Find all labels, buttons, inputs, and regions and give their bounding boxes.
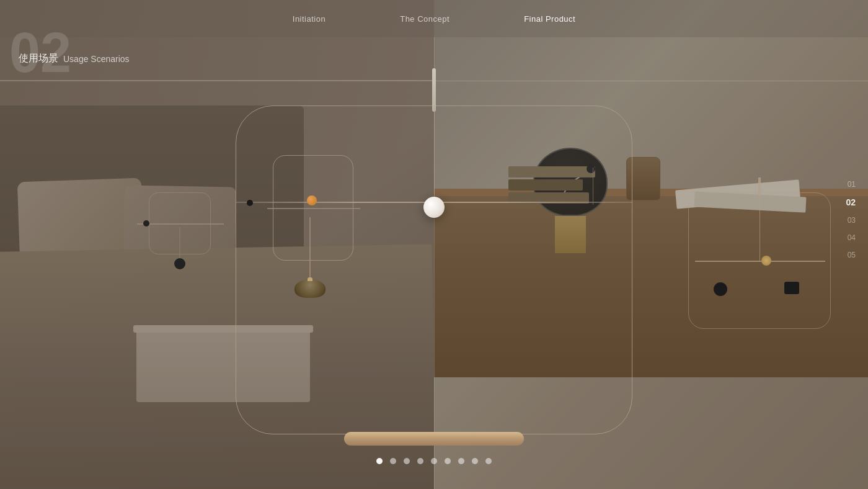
- left-frame: [149, 192, 211, 254]
- pendant-stem: [179, 227, 180, 258]
- left-frame-ball: [143, 220, 149, 227]
- page-num-03[interactable]: 03: [846, 216, 856, 225]
- vertical-center-line: [434, 105, 435, 208]
- center-ball: [423, 197, 445, 218]
- slide-dot-2[interactable]: [390, 458, 396, 464]
- pendant-stem-left: [309, 217, 311, 279]
- pendant-ball: [174, 258, 185, 269]
- slide-dot-4[interactable]: [417, 458, 423, 464]
- mini-dot-center: [761, 256, 771, 266]
- left-product-illustration: [136, 192, 223, 316]
- page-num-05[interactable]: 05: [846, 251, 856, 259]
- section-title-chinese: 使用场景: [19, 52, 58, 65]
- slide-dot-6[interactable]: [445, 458, 451, 464]
- pendant-lamp-left: [294, 217, 326, 298]
- mini-v-line: [760, 193, 760, 261]
- page-num-04[interactable]: 04: [846, 233, 856, 242]
- mini-bar-left: [267, 208, 360, 209]
- section-header: 02 使用场景 Usage Scenarios: [0, 37, 434, 81]
- nav-initiation[interactable]: Initiation: [293, 14, 326, 24]
- page-num-02[interactable]: 02: [846, 197, 856, 207]
- page-num-01[interactable]: 01: [846, 180, 856, 189]
- slide-dot-1[interactable]: [376, 458, 383, 464]
- mini-product-thumbnail: [688, 192, 831, 329]
- left-frame-hbar: [137, 223, 224, 225]
- slide-dot-7[interactable]: [458, 458, 464, 464]
- slide-dots: [376, 458, 492, 464]
- nav-final-product[interactable]: Final Product: [524, 14, 575, 24]
- slide-dot-8[interactable]: [472, 458, 478, 464]
- section-title-english: Usage Scenarios: [63, 54, 130, 64]
- mini-h-bar: [695, 261, 825, 262]
- top-navigation: Initiation The Concept Final Product: [0, 0, 868, 37]
- right-pendant-stem: [593, 168, 594, 205]
- mini-black-dot: [714, 282, 727, 296]
- product-frame: [236, 105, 632, 434]
- slide-dot-3[interactable]: [404, 458, 410, 464]
- slide-dot-9[interactable]: [485, 458, 492, 464]
- slide-dot-5[interactable]: [431, 458, 437, 464]
- page-numbers: 01 02 03 04 05: [846, 180, 856, 259]
- wooden-base: [344, 432, 524, 446]
- mini-square: [784, 282, 799, 294]
- left-frame-pendant: [174, 227, 185, 269]
- black-dot-left: [247, 200, 253, 206]
- dark-ball-top-right: [587, 164, 595, 173]
- pendant-shade-left: [294, 279, 326, 298]
- nav-the-concept[interactable]: The Concept: [400, 14, 450, 24]
